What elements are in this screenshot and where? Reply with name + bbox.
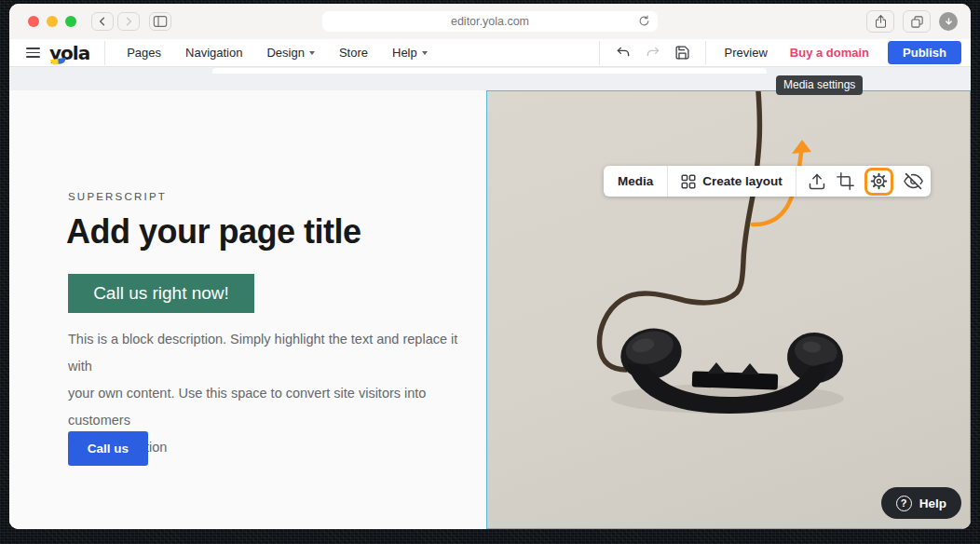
reload-icon	[637, 14, 651, 28]
editor-menu: Pages Navigation Design Store Help	[115, 46, 440, 60]
menu-item-label: Design	[266, 46, 304, 60]
main-menu-button[interactable]	[26, 48, 40, 58]
redo-icon	[645, 45, 661, 61]
undo-icon	[615, 45, 632, 61]
downloads-button[interactable]	[939, 12, 958, 31]
hero-text-panel[interactable]: SUPERSCRIPT Add your page title Call us …	[9, 90, 486, 529]
call-us-button[interactable]: Call us	[68, 431, 148, 466]
menu-item-label: Store	[339, 46, 368, 60]
media-icon-buttons	[796, 168, 923, 196]
tabs-overview-button[interactable]	[903, 10, 931, 33]
save-icon	[674, 45, 690, 61]
close-window-button[interactable]	[28, 16, 39, 27]
telephone-image	[487, 91, 970, 525]
phone-cord	[600, 91, 760, 370]
chevron-right-icon	[122, 15, 135, 28]
editor-toolbar: yola Pages Navigation Design Store	[9, 39, 971, 67]
reload-button[interactable]	[637, 14, 651, 28]
chevron-left-icon	[96, 15, 109, 28]
undo-button[interactable]	[615, 45, 632, 61]
menu-item-label: Pages	[127, 46, 161, 60]
crop-icon	[837, 172, 854, 190]
page-title[interactable]: Add your page title	[66, 212, 361, 252]
help-button-label: Help	[919, 496, 946, 510]
screenshot-frame: editor.yola.com yola	[0, 0, 980, 544]
buy-domain-link[interactable]: Buy a domain	[790, 46, 869, 60]
publish-button[interactable]: Publish	[888, 41, 961, 64]
minimize-window-button[interactable]	[47, 16, 58, 27]
traffic-lights	[28, 16, 76, 27]
menu-item-store[interactable]: Store	[327, 46, 380, 60]
address-bar[interactable]: editor.yola.com	[322, 11, 658, 32]
create-layout-button[interactable]: Create layout	[668, 174, 796, 189]
share-button[interactable]	[866, 10, 894, 33]
forward-button[interactable]	[117, 12, 140, 31]
preview-button[interactable]: Preview	[725, 46, 768, 60]
media-settings-highlight	[864, 168, 893, 196]
back-button[interactable]	[91, 12, 114, 31]
toolbar-divider	[104, 41, 105, 65]
redo-button[interactable]	[645, 45, 661, 61]
eye-off-icon	[904, 171, 923, 191]
create-layout-label: Create layout	[702, 174, 783, 188]
layout-grid-icon	[681, 174, 696, 189]
help-button[interactable]: ? Help	[881, 487, 961, 519]
sidebar-toggle-button[interactable]	[149, 12, 171, 31]
menu-item-navigation[interactable]: Navigation	[173, 46, 254, 60]
menu-item-help[interactable]: Help	[380, 46, 440, 60]
media-block-selected[interactable]	[486, 90, 971, 529]
promo-banner-button[interactable]: Call us right now!	[68, 274, 254, 313]
media-settings-button[interactable]	[869, 171, 889, 191]
upload-icon	[808, 172, 826, 191]
handset-ridge	[692, 371, 779, 389]
yola-logo[interactable]: yola	[49, 44, 89, 62]
titlebar-right-buttons	[866, 10, 958, 33]
media-tab[interactable]: Media	[604, 174, 667, 188]
tabs-icon	[910, 15, 924, 29]
question-mark-icon: ?	[896, 496, 912, 511]
menu-item-design[interactable]: Design	[254, 46, 326, 60]
address-bar-url: editor.yola.com	[451, 15, 529, 28]
sidebar-icon	[153, 15, 168, 28]
editor-toolbar-right: Preview Buy a domain Publish	[597, 41, 963, 65]
browser-nav-buttons	[91, 12, 140, 31]
save-button[interactable]	[674, 45, 690, 61]
crop-media-button[interactable]	[837, 172, 854, 190]
editor-workspace: SUPERSCRIPT Add your page title Call us …	[9, 67, 971, 529]
upload-media-button[interactable]	[808, 172, 826, 191]
hero-superscript[interactable]: SUPERSCRIPT	[68, 191, 167, 202]
toolbar-divider	[599, 41, 600, 65]
toolbar-divider	[705, 41, 706, 65]
hide-media-button[interactable]	[904, 171, 923, 191]
share-icon	[874, 14, 888, 29]
browser-window: editor.yola.com yola	[9, 4, 971, 529]
download-icon	[944, 17, 954, 27]
chevron-down-icon	[422, 51, 428, 55]
menu-item-label: Navigation	[185, 46, 242, 60]
chevron-down-icon	[309, 51, 315, 55]
menu-item-pages[interactable]: Pages	[115, 46, 173, 60]
hero-section: SUPERSCRIPT Add your page title Call us …	[9, 90, 971, 529]
zoom-window-button[interactable]	[65, 16, 76, 27]
media-floating-toolbar: Media Create layout	[604, 166, 931, 197]
browser-titlebar: editor.yola.com	[9, 4, 971, 39]
page-canvas-top-edge	[212, 68, 767, 74]
media-settings-tooltip: Media settings	[776, 75, 863, 95]
gear-icon	[869, 171, 889, 191]
menu-item-label: Help	[392, 46, 417, 60]
